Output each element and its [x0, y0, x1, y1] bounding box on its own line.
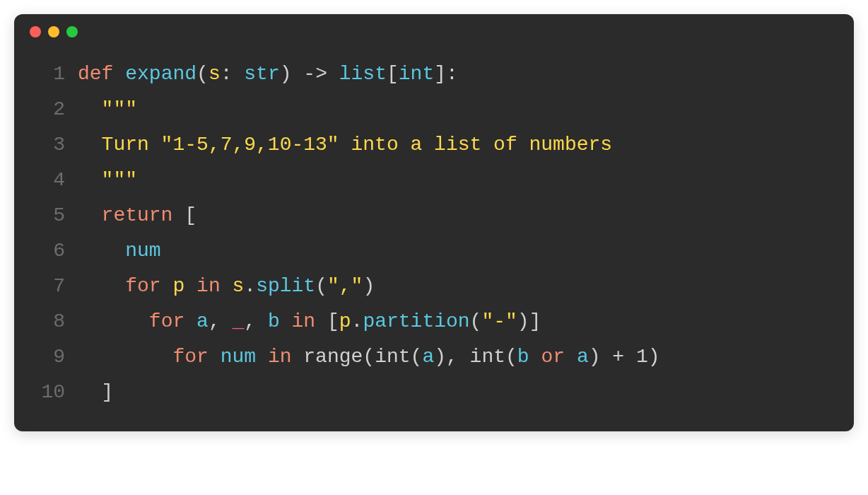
- line-number: 5: [35, 198, 65, 233]
- token: "-": [481, 304, 517, 339]
- line-number: 7: [35, 269, 65, 304]
- token: for: [149, 304, 184, 339]
- token: [565, 339, 577, 375]
- token: [78, 127, 102, 163]
- token: .: [244, 269, 256, 304]
- code-content: ]: [78, 375, 113, 410]
- code-content: return [: [78, 198, 197, 233]
- token: in: [197, 269, 221, 304]
- token: [78, 92, 102, 127]
- token: ): [363, 269, 375, 304]
- token: p: [339, 304, 351, 339]
- line-number: 1: [35, 57, 65, 92]
- token: .: [351, 304, 363, 339]
- token: ): [280, 57, 304, 92]
- token: for: [125, 269, 160, 304]
- token: [113, 57, 125, 92]
- token: :: [221, 57, 245, 92]
- token: (: [411, 339, 423, 375]
- token: partition: [363, 304, 469, 339]
- code-line: 7 for p in s.split(","): [35, 269, 833, 304]
- code-line: 6 num: [35, 233, 833, 269]
- token: [184, 269, 197, 304]
- token: 1: [636, 339, 648, 375]
- token: [221, 269, 233, 304]
- window-titlebar: [14, 14, 854, 50]
- token: [256, 339, 268, 375]
- line-number: 3: [35, 127, 65, 163]
- maximize-icon[interactable]: [66, 26, 78, 37]
- token: (: [470, 304, 482, 339]
- code-content: """: [78, 92, 137, 127]
- token: s: [209, 57, 221, 92]
- token: return: [102, 198, 173, 233]
- token: s: [233, 269, 245, 304]
- token: [327, 57, 339, 92]
- token: """: [102, 92, 137, 127]
- token: a: [197, 304, 209, 339]
- token: for: [172, 339, 208, 375]
- token: ]:: [434, 57, 458, 92]
- code-window: 1def expand(s: str) -> list[int]:2 """3 …: [14, 14, 854, 431]
- code-line: 1def expand(s: str) -> list[int]:: [35, 57, 833, 92]
- token: [: [387, 57, 399, 92]
- minimize-icon[interactable]: [48, 26, 59, 37]
- line-number: 2: [35, 92, 65, 127]
- close-icon[interactable]: [30, 26, 41, 37]
- token: range: [303, 339, 363, 375]
- token: a: [422, 339, 434, 375]
- token: (: [363, 339, 375, 375]
- code-line: 10 ]: [35, 375, 833, 410]
- token: str: [244, 57, 279, 92]
- token: [161, 269, 173, 304]
- token: in: [292, 304, 316, 339]
- token: [78, 233, 125, 269]
- token: [: [172, 198, 197, 233]
- token: [280, 304, 292, 339]
- line-number: 8: [35, 304, 65, 339]
- token: [529, 339, 541, 375]
- token: int: [470, 339, 505, 375]
- token: list: [339, 57, 387, 92]
- code-line: 5 return [: [35, 198, 833, 233]
- token: int: [399, 57, 434, 92]
- line-number: 4: [35, 163, 65, 198]
- token: ) +: [589, 339, 636, 375]
- token: [78, 163, 102, 198]
- token: ,: [244, 304, 268, 339]
- code-content: Turn "1-5,7,9,10-13" into a list of numb…: [78, 127, 612, 163]
- token: num: [221, 339, 256, 375]
- line-number: 9: [35, 339, 65, 375]
- token: split: [256, 269, 315, 304]
- token: (: [505, 339, 517, 375]
- token: [78, 339, 172, 375]
- code-content: for p in s.split(","): [78, 269, 375, 304]
- token: expand: [125, 57, 197, 92]
- token: )]: [517, 304, 541, 339]
- token: b: [517, 339, 529, 375]
- token: [292, 339, 304, 375]
- token: [78, 198, 102, 233]
- token: num: [125, 233, 160, 269]
- code-content: def expand(s: str) -> list[int]:: [78, 57, 458, 92]
- token: [78, 269, 125, 304]
- token: in: [268, 339, 292, 375]
- code-content: for num in range(int(a), int(b or a) + 1…: [78, 339, 660, 375]
- token: _: [232, 304, 244, 339]
- token: p: [172, 269, 184, 304]
- token: a: [577, 339, 589, 375]
- code-line: 8 for a, _, b in [p.partition("-")]: [35, 304, 833, 339]
- line-number: 6: [35, 233, 65, 269]
- token: [209, 339, 221, 375]
- code-area[interactable]: 1def expand(s: str) -> list[int]:2 """3 …: [14, 50, 854, 431]
- token: ]: [78, 375, 113, 410]
- token: def: [78, 57, 113, 92]
- token: int: [375, 339, 410, 375]
- token: """: [102, 163, 137, 198]
- token: ,: [209, 304, 233, 339]
- token: Turn "1-5,7,9,10-13" into a list of numb…: [102, 127, 613, 163]
- token: b: [268, 304, 280, 339]
- code-content: num: [78, 233, 161, 269]
- code-line: 4 """: [35, 163, 833, 198]
- token: ),: [434, 339, 469, 375]
